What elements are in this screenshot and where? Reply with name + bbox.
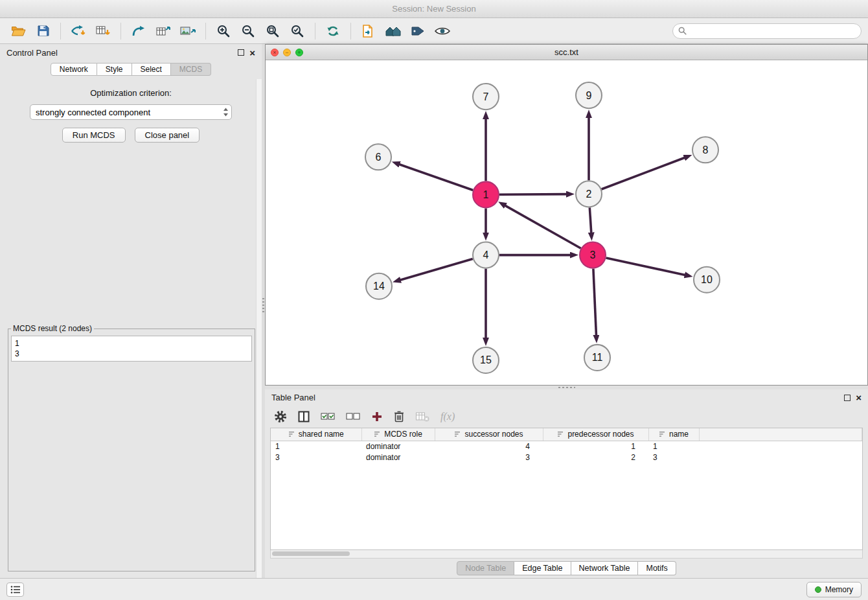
open-session-icon[interactable] bbox=[6, 21, 30, 41]
add-column-icon[interactable] bbox=[371, 411, 383, 422]
tab-node-table[interactable]: Node Table bbox=[457, 561, 514, 575]
edge-1-2[interactable] bbox=[499, 194, 567, 195]
tab-mcds[interactable]: MCDS bbox=[171, 63, 211, 76]
mcds-result-list[interactable]: 1 3 bbox=[11, 336, 252, 362]
close-table-panel-icon[interactable]: × bbox=[856, 393, 862, 402]
table-horizontal-scrollbar[interactable] bbox=[270, 550, 863, 559]
import-network-icon[interactable] bbox=[67, 21, 90, 41]
zoom-out-icon[interactable] bbox=[236, 21, 260, 41]
sort-icon bbox=[288, 431, 295, 437]
refresh-icon[interactable] bbox=[321, 21, 345, 41]
export-image-icon[interactable] bbox=[176, 21, 200, 41]
table-row[interactable]: 1dominator411 bbox=[271, 441, 862, 452]
edge-2-3[interactable] bbox=[589, 207, 591, 233]
horizontal-splitter[interactable] bbox=[265, 386, 868, 389]
memory-button[interactable]: Memory bbox=[806, 582, 862, 597]
table-cell[interactable]: dominator bbox=[361, 441, 435, 452]
node-7[interactable]: 7 bbox=[473, 84, 499, 110]
table-tabs: Node Table Edge Table Network Table Moti… bbox=[265, 559, 868, 578]
search-box[interactable] bbox=[672, 23, 862, 39]
save-session-icon[interactable] bbox=[31, 21, 54, 41]
network-from-selection-icon[interactable] bbox=[357, 21, 380, 41]
export-table-icon[interactable] bbox=[152, 21, 175, 41]
edge-3-10[interactable] bbox=[606, 258, 685, 275]
mcds-result-group: MCDS result (2 nodes) 1 3 bbox=[8, 324, 255, 571]
node-4[interactable]: 4 bbox=[473, 242, 499, 268]
edge-2-8[interactable] bbox=[602, 157, 685, 189]
show-columns-icon[interactable] bbox=[298, 411, 310, 422]
column-header-successor-nodes[interactable]: successor nodes bbox=[435, 428, 543, 441]
deselect-all-columns-icon[interactable] bbox=[346, 412, 360, 421]
table-row[interactable]: 3dominator323 bbox=[271, 452, 862, 463]
node-3[interactable]: 3 bbox=[580, 242, 606, 268]
search-input[interactable] bbox=[690, 27, 856, 36]
network-graph[interactable]: 1234678910111415 bbox=[266, 60, 867, 385]
edge-3-11[interactable] bbox=[593, 269, 597, 336]
edge-3-1[interactable] bbox=[505, 205, 581, 248]
edge-1-6[interactable] bbox=[399, 165, 473, 190]
maximize-window-icon[interactable]: + bbox=[295, 49, 303, 56]
edge-4-14[interactable] bbox=[400, 259, 473, 281]
tab-edge-table[interactable]: Edge Table bbox=[514, 561, 571, 575]
table-cell[interactable]: 1 bbox=[271, 441, 361, 452]
preferred-layout-icon[interactable] bbox=[382, 21, 405, 41]
node-11[interactable]: 11 bbox=[584, 345, 610, 371]
label-icon[interactable] bbox=[406, 21, 429, 41]
vertical-splitter[interactable] bbox=[262, 44, 265, 578]
table-cell[interactable]: 3 bbox=[648, 452, 699, 463]
table-settings-gear-icon[interactable] bbox=[274, 410, 287, 423]
table-cell[interactable]: 1 bbox=[648, 441, 699, 452]
column-header-mcds-role[interactable]: MCDS role bbox=[361, 428, 435, 441]
tab-network-table[interactable]: Network Table bbox=[571, 561, 639, 575]
float-panel-icon[interactable] bbox=[238, 49, 244, 56]
eye-icon[interactable] bbox=[431, 21, 454, 41]
node-10[interactable]: 10 bbox=[694, 267, 720, 293]
close-window-icon[interactable]: × bbox=[271, 49, 279, 56]
mcds-result-title: MCDS result (2 nodes) bbox=[11, 324, 94, 333]
table-cell[interactable]: 4 bbox=[435, 441, 543, 452]
show-hidden-panels-button[interactable] bbox=[6, 583, 24, 597]
float-table-panel-icon[interactable] bbox=[844, 395, 851, 401]
svg-text:8: 8 bbox=[703, 144, 709, 156]
node-1[interactable]: 1 bbox=[473, 181, 499, 207]
table-cell[interactable]: 1 bbox=[543, 441, 648, 452]
zoom-fit-icon[interactable] bbox=[261, 21, 284, 41]
node-15[interactable]: 15 bbox=[473, 347, 499, 373]
delete-table-icon[interactable] bbox=[415, 411, 429, 422]
select-all-columns-icon[interactable] bbox=[321, 412, 335, 421]
zoom-selected-icon[interactable] bbox=[286, 21, 309, 41]
node-8[interactable]: 8 bbox=[692, 137, 718, 163]
tab-motifs[interactable]: Motifs bbox=[638, 561, 676, 575]
close-panel-icon[interactable]: × bbox=[249, 48, 255, 58]
zoom-in-icon[interactable] bbox=[212, 21, 235, 41]
sort-icon bbox=[454, 431, 461, 437]
tab-style[interactable]: Style bbox=[97, 63, 132, 76]
criterion-select[interactable]: strongly connected component bbox=[30, 104, 232, 120]
svg-text:3: 3 bbox=[590, 249, 596, 260]
node-9[interactable]: 9 bbox=[576, 82, 602, 108]
table-cell[interactable]: 3 bbox=[271, 452, 361, 463]
export-network-icon[interactable] bbox=[127, 21, 150, 41]
column-header-name[interactable]: name bbox=[648, 428, 699, 441]
sort-icon bbox=[374, 431, 381, 437]
tab-select[interactable]: Select bbox=[132, 63, 171, 76]
table-cell[interactable]: 2 bbox=[543, 452, 648, 463]
column-header-shared-name[interactable]: shared name bbox=[271, 428, 361, 441]
function-builder-icon[interactable]: f(x) bbox=[440, 411, 455, 422]
table-cell[interactable]: 3 bbox=[435, 452, 543, 463]
tab-network[interactable]: Network bbox=[51, 63, 97, 76]
run-mcds-button[interactable]: Run MCDS bbox=[62, 128, 126, 143]
network-canvas[interactable]: 1234678910111415 bbox=[266, 60, 867, 385]
svg-text:10: 10 bbox=[701, 274, 713, 285]
node-2[interactable]: 2 bbox=[576, 181, 602, 207]
delete-column-trash-icon[interactable] bbox=[394, 410, 404, 422]
network-window-titlebar[interactable]: × − + scc.txt bbox=[266, 45, 867, 60]
node-14[interactable]: 14 bbox=[366, 273, 392, 299]
node-6[interactable]: 6 bbox=[365, 144, 391, 170]
table-cell[interactable]: dominator bbox=[361, 452, 435, 463]
control-panel-scrollbar[interactable] bbox=[256, 79, 262, 578]
column-header-predecessor-nodes[interactable]: predecessor nodes bbox=[543, 428, 648, 441]
minimize-window-icon[interactable]: − bbox=[283, 49, 291, 56]
close-panel-button[interactable]: Close panel bbox=[135, 128, 200, 143]
import-table-icon[interactable] bbox=[91, 21, 115, 41]
